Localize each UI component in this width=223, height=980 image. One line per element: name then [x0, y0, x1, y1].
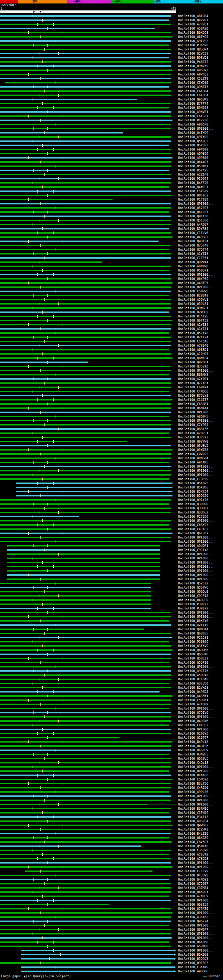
- hit-label[interactable]: UniRef100_Q6YPS9: [178, 277, 209, 280]
- hit-label[interactable]: UniRef100_Q2VCJ2: [178, 52, 209, 55]
- hit-bar[interactable]: [0, 119, 172, 121]
- hit-label[interactable]: UniRef100_Q56YW6: [178, 586, 209, 589]
- hit-bar[interactable]: [0, 203, 171, 204]
- hit-bar[interactable]: [0, 403, 171, 405]
- hit-bar[interactable]: [0, 270, 169, 271]
- hit-label[interactable]: UniRef100_UPI000...: [178, 611, 214, 614]
- hit-label[interactable]: UniRef100_A9TYQ9: [178, 135, 209, 139]
- hit-label[interactable]: UniRef100_Q4P5D4: [178, 690, 209, 694]
- hit-bar[interactable]: [0, 658, 171, 659]
- hit-label[interactable]: UniRef100_Q4WLE7: [178, 185, 209, 189]
- hit-bar[interactable]: [0, 499, 171, 501]
- hit-bar[interactable]: [0, 933, 171, 934]
- hit-bar[interactable]: [0, 883, 171, 885]
- hit-bar[interactable]: [0, 240, 159, 242]
- hit-label[interactable]: UniRef100_B2YI24: [178, 336, 209, 339]
- hit-bar[interactable]: [0, 165, 171, 167]
- hit-bar[interactable]: [0, 766, 171, 768]
- hit-label[interactable]: UniRef100_B4KDH1: [178, 890, 209, 894]
- hit-bar[interactable]: [0, 132, 124, 134]
- hit-bar[interactable]: [0, 850, 171, 851]
- hit-label[interactable]: UniRef100_Q59LS1: [178, 302, 209, 305]
- hit-label[interactable]: UniRef100_A8NYW0: [178, 264, 209, 268]
- hit-bar[interactable]: [0, 407, 171, 409]
- hit-bar[interactable]: [21, 958, 174, 959]
- hit-bar[interactable]: [0, 512, 171, 513]
- hit-bar[interactable]: [0, 929, 171, 930]
- hit-bar[interactable]: [0, 754, 169, 755]
- hit-label[interactable]: UniRef100_A5DN88: [178, 945, 209, 948]
- hit-bar[interactable]: [0, 24, 171, 25]
- hit-label[interactable]: UniRef100_Q16797: [178, 736, 209, 740]
- hit-label[interactable]: UniRef100_A9TZB3: [178, 39, 209, 43]
- hit-bar[interactable]: [0, 95, 171, 96]
- hit-label[interactable]: UniRef100_A2QCL1: [178, 431, 209, 435]
- hit-bar[interactable]: [0, 312, 169, 313]
- hit-bar[interactable]: [0, 858, 171, 859]
- hit-bar[interactable]: [0, 912, 172, 913]
- hit-label[interactable]: UniRef100_UPI000...: [178, 578, 214, 581]
- hit-bar[interactable]: [0, 741, 172, 743]
- hit-bar[interactable]: [0, 370, 171, 371]
- hit-label[interactable]: UniRef100_C3ZM34: [178, 886, 209, 889]
- hit-label[interactable]: UniRef100_P27659: [178, 515, 209, 518]
- hit-label[interactable]: UniRef100_UPI000...: [178, 565, 214, 568]
- hit-label[interactable]: UniRef100_P34113: [178, 815, 209, 819]
- hit-label[interactable]: UniRef100_C4JXC2: [178, 527, 209, 531]
- hit-bar[interactable]: [0, 437, 171, 438]
- hit-bar[interactable]: [0, 854, 169, 855]
- hit-bar[interactable]: [0, 191, 171, 192]
- hit-label[interactable]: UniRef100_UPI000...: [178, 803, 214, 806]
- hit-label[interactable]: UniRef100_Q3UB90: [178, 502, 209, 506]
- hit-label[interactable]: UniRef100_Q4TK99: [178, 131, 209, 135]
- hit-bar[interactable]: [0, 19, 169, 21]
- hit-label[interactable]: UniRef100_A7E040: [178, 344, 209, 347]
- hit-label[interactable]: UniRef100_A7R7U1: [178, 22, 209, 26]
- hit-label[interactable]: UniRef100_UPI000...: [178, 932, 214, 935]
- hit-bar[interactable]: [0, 361, 88, 363]
- hit-label[interactable]: UniRef100_Q75744: [178, 248, 209, 251]
- hit-label[interactable]: UniRef100_UPI000...: [178, 285, 214, 289]
- hit-bar[interactable]: [0, 516, 79, 517]
- hit-label[interactable]: UniRef100_UPI000...: [178, 615, 214, 619]
- hit-label[interactable]: UniRef100_C1GIT7: [178, 398, 209, 401]
- hit-bar[interactable]: [0, 758, 171, 759]
- hit-bar[interactable]: [0, 942, 169, 943]
- hit-label[interactable]: UniRef100_Q51JG0: [178, 219, 209, 222]
- hit-label[interactable]: UniRef100_B4PL18: [178, 740, 209, 744]
- hit-bar[interactable]: [0, 140, 171, 142]
- hit-bar[interactable]: [0, 441, 127, 442]
- hit-label[interactable]: UniRef100_B3RJY3: [178, 436, 209, 439]
- hit-label[interactable]: UniRef100_Q5WZS8: [178, 448, 209, 452]
- hit-bar[interactable]: [0, 170, 169, 171]
- hit-bar[interactable]: [0, 78, 171, 79]
- hit-label[interactable]: UniRef100_B9WGL1: [178, 306, 209, 310]
- hit-bar[interactable]: [0, 524, 169, 526]
- hit-bar[interactable]: [0, 357, 172, 359]
- hit-bar[interactable]: [0, 286, 171, 288]
- hit-label[interactable]: UniRef100_A7N0E9: [178, 894, 209, 898]
- hit-label[interactable]: UniRef100_A2ZIF8: [178, 173, 209, 176]
- hit-label[interactable]: UniRef100_A9SDV3: [178, 68, 209, 72]
- hit-label[interactable]: UniRef100_C6SKS3: [178, 523, 209, 527]
- hit-label[interactable]: UniRef100_UPI000...: [178, 273, 214, 276]
- hit-bar[interactable]: [0, 633, 171, 634]
- hit-label[interactable]: UniRef100_P59671: [178, 269, 209, 272]
- hit-bar[interactable]: [7, 566, 160, 567]
- hit-bar[interactable]: [0, 862, 171, 864]
- hit-label[interactable]: UniRef100_C1BJ99: [178, 477, 209, 481]
- hit-bar[interactable]: [0, 57, 169, 59]
- hit-label[interactable]: UniRef100_B2ZHK8: [178, 828, 209, 831]
- hit-bar[interactable]: [7, 574, 160, 576]
- hit-bar[interactable]: [0, 228, 169, 229]
- hit-label[interactable]: UniRef100_A5DYU1: [178, 298, 209, 301]
- hit-label[interactable]: UniRef100_Q61EB7: [178, 210, 209, 214]
- hit-label[interactable]: UniRef100_B2WDD2: [178, 310, 209, 314]
- hit-label[interactable]: UniRef100_B5DGJ6: [178, 494, 209, 498]
- hit-bar[interactable]: [0, 528, 171, 530]
- hit-label[interactable]: UniRef100_P39072: [178, 607, 209, 610]
- hit-label[interactable]: UniRef100_B6K060: [178, 940, 209, 944]
- hit-label[interactable]: UniRef100_A1YE34: [178, 323, 209, 326]
- hit-label[interactable]: UniRef100_Q75IV6: [178, 711, 209, 714]
- hit-bar[interactable]: [0, 654, 171, 655]
